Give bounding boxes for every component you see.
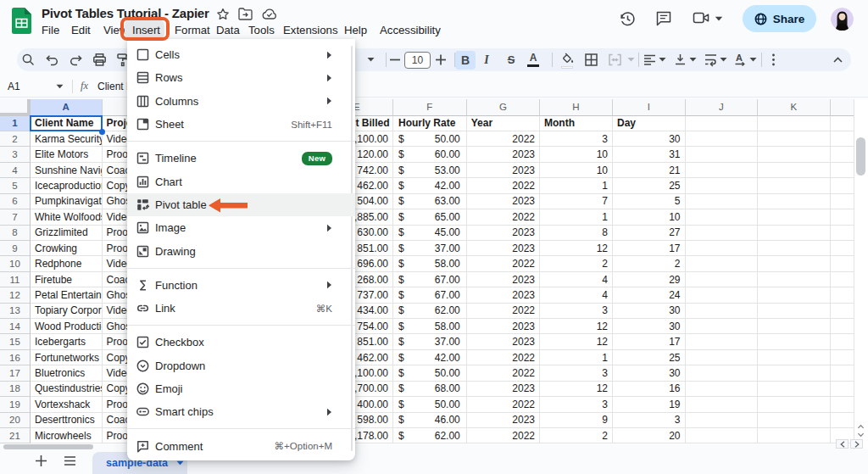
cell-G6[interactable]: 2023 xyxy=(467,194,540,209)
sheets-logo-icon[interactable] xyxy=(12,8,31,34)
cell-F2[interactable]: $50.00 xyxy=(393,131,467,147)
cell-J1[interactable] xyxy=(686,116,759,131)
cell-H19[interactable]: 3 xyxy=(540,397,613,412)
cell-J16[interactable] xyxy=(686,350,759,365)
cell-L5[interactable] xyxy=(831,178,854,193)
menu-item-emoji[interactable]: Emoji xyxy=(127,377,355,400)
cell-H1[interactable]: Month xyxy=(540,116,613,131)
cell-H12[interactable]: 4 xyxy=(540,287,613,303)
cell-L4[interactable] xyxy=(831,163,854,178)
cell-H9[interactable]: 12 xyxy=(540,241,613,256)
cell-K4[interactable] xyxy=(758,163,831,178)
cell-I2[interactable]: 30 xyxy=(613,131,686,147)
cell-J3[interactable] xyxy=(686,147,759,162)
menu-format[interactable]: Format xyxy=(175,24,210,36)
cell-I3[interactable]: 31 xyxy=(613,147,686,162)
selection-fill-handle[interactable] xyxy=(99,129,105,135)
cell-H14[interactable]: 12 xyxy=(540,319,613,334)
cell-A4[interactable]: Sunshine Navigat xyxy=(31,163,103,178)
borders-button[interactable] xyxy=(581,48,601,71)
cell-F1[interactable]: Hourly Rate xyxy=(393,116,467,131)
cell-H8[interactable]: 8 xyxy=(540,226,613,241)
cell-I4[interactable]: 21 xyxy=(613,163,686,178)
menu-help[interactable]: Help xyxy=(344,24,367,36)
redo-icon[interactable] xyxy=(65,48,86,71)
cell-J7[interactable] xyxy=(686,209,759,225)
cell-K13[interactable] xyxy=(758,304,831,319)
cell-I5[interactable]: 25 xyxy=(613,178,686,193)
cell-L18[interactable] xyxy=(831,382,854,397)
menu-edit[interactable]: Edit xyxy=(71,24,91,36)
cell-L6[interactable] xyxy=(831,194,854,209)
cell-A21[interactable]: Microwheels xyxy=(31,428,103,443)
cell-K7[interactable] xyxy=(758,209,831,225)
column-header-K[interactable]: K xyxy=(758,99,831,116)
cell-J8[interactable] xyxy=(686,226,759,241)
cell-G18[interactable]: 2023 xyxy=(467,382,540,397)
account-avatar[interactable] xyxy=(831,8,854,31)
cell-I8[interactable]: 27 xyxy=(613,226,686,241)
cell-I7[interactable]: 10 xyxy=(613,209,686,225)
cell-H16[interactable]: 1 xyxy=(540,350,613,365)
cell-H18[interactable]: 12 xyxy=(540,382,613,397)
cell-L3[interactable] xyxy=(831,147,854,162)
scroll-up-icon[interactable] xyxy=(857,423,865,431)
text-wrap-caret-icon[interactable] xyxy=(720,57,727,62)
strikethrough-button[interactable]: S xyxy=(501,48,521,71)
collapse-toolbar-icon[interactable] xyxy=(827,48,848,71)
row-header-17[interactable]: 17 xyxy=(0,365,31,381)
cell-J13[interactable] xyxy=(686,304,759,319)
row-header-11[interactable]: 11 xyxy=(0,272,31,287)
cell-I21[interactable]: 20 xyxy=(613,428,686,443)
cell-K3[interactable] xyxy=(758,147,831,162)
cell-G5[interactable]: 2022 xyxy=(467,178,540,193)
cell-L9[interactable] xyxy=(831,241,854,256)
cell-J19[interactable] xyxy=(686,397,759,412)
menu-tools[interactable]: Tools xyxy=(248,24,275,36)
cell-J17[interactable] xyxy=(686,365,759,381)
cell-G16[interactable]: 2022 xyxy=(467,350,540,365)
vertical-align-button[interactable] xyxy=(670,48,690,71)
cell-G17[interactable]: 2022 xyxy=(467,365,540,381)
cell-H5[interactable]: 1 xyxy=(540,178,613,193)
cell-K1[interactable] xyxy=(758,116,831,131)
cell-A10[interactable]: Redphone xyxy=(31,256,103,271)
decrease-font-icon[interactable] xyxy=(385,48,405,71)
cell-J21[interactable] xyxy=(686,428,759,443)
cell-K19[interactable] xyxy=(758,397,831,412)
cloud-saved-icon[interactable] xyxy=(262,8,277,20)
menu-item-chart[interactable]: Chart xyxy=(127,170,355,192)
cell-F5[interactable]: $42.00 xyxy=(393,178,467,193)
row-header-15[interactable]: 15 xyxy=(0,334,31,349)
cell-G21[interactable]: 2022 xyxy=(467,428,540,443)
row-header-13[interactable]: 13 xyxy=(0,304,31,319)
cell-A9[interactable]: Crowking xyxy=(31,241,103,256)
cell-K16[interactable] xyxy=(758,350,831,365)
cell-G8[interactable]: 2023 xyxy=(467,226,540,241)
cell-J2[interactable] xyxy=(686,131,759,147)
cell-K9[interactable] xyxy=(758,241,831,256)
row-header-19[interactable]: 19 xyxy=(0,397,31,412)
cell-J15[interactable] xyxy=(686,334,759,349)
cell-K6[interactable] xyxy=(758,194,831,209)
cell-I13[interactable]: 30 xyxy=(613,304,686,319)
cell-J6[interactable] xyxy=(686,194,759,209)
cell-A12[interactable]: Petal Entertainme xyxy=(31,287,103,303)
cell-G12[interactable]: 2023 xyxy=(467,287,540,303)
cell-K21[interactable] xyxy=(758,428,831,443)
cell-A5[interactable]: Icecaproductions xyxy=(31,178,103,193)
column-header-L[interactable] xyxy=(831,99,854,116)
cell-G10[interactable]: 2022 xyxy=(467,256,540,271)
cell-I12[interactable]: 24 xyxy=(613,287,686,303)
cell-L13[interactable] xyxy=(831,304,854,319)
increase-font-icon[interactable] xyxy=(431,48,451,71)
row-header-1[interactable]: 1 xyxy=(0,116,31,131)
cell-I15[interactable]: 17 xyxy=(613,334,686,349)
cell-F7[interactable]: $65.00 xyxy=(393,209,467,225)
menu-item-checkbox[interactable]: Checkbox xyxy=(127,331,355,354)
row-header-10[interactable]: 10 xyxy=(0,256,31,271)
cell-G9[interactable]: 2023 xyxy=(467,241,540,256)
cell-A7[interactable]: White Wolfoods xyxy=(31,209,103,225)
italic-button[interactable]: I xyxy=(476,48,497,71)
cell-J18[interactable] xyxy=(686,382,759,397)
